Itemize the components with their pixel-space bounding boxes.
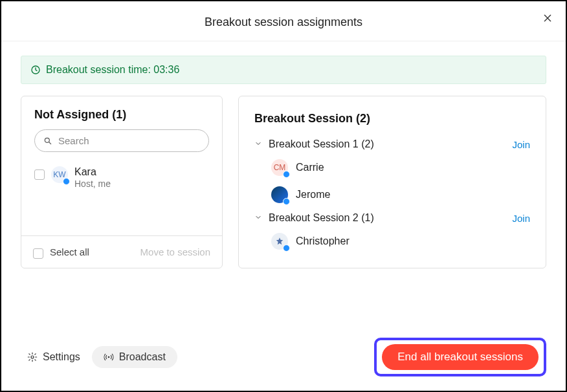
settings-button[interactable]: Settings [21,346,87,368]
presence-badge-icon [283,198,290,205]
clock-icon [30,65,41,75]
dialog-title: Breakout session assignments [205,16,362,28]
header-divider [1,41,566,41]
select-all[interactable]: Select all [33,245,89,259]
unassigned-user-row[interactable]: KW Kara Host, me [34,164,209,191]
session-name: Breakout Session 2 (1) [269,212,506,224]
avatar: KW [51,166,68,183]
participant-name: Christopher [296,235,350,247]
avatar [271,233,288,250]
search-input[interactable] [34,129,209,152]
session-header[interactable]: Breakout Session 2 (1) Join [252,208,533,228]
timer-banner: Breakout session time: 03:36 [21,56,546,84]
user-name: Kara [74,166,111,178]
session-name: Breakout Session 1 (2) [269,138,506,150]
star-icon [275,237,284,246]
search-icon [43,136,52,146]
join-button[interactable]: Join [512,139,530,150]
session-header[interactable]: Breakout Session 1 (2) Join [252,135,533,154]
svg-point-1 [45,138,49,142]
not-assigned-panel: Not Assigned (1) KW Kara Host, me Sel [21,96,223,268]
timer-text: Breakout session time: 03:36 [46,64,179,76]
avatar [271,186,288,203]
avatar: CM [271,159,288,176]
dialog-header: Breakout session assignments [1,1,566,41]
participant-name: Carrie [296,162,324,173]
chevron-down-icon [254,212,262,224]
user-sub: Host, me [74,179,111,189]
user-checkbox[interactable] [34,169,45,180]
participant-name: Jerome [296,189,330,201]
broadcast-button[interactable]: Broadcast [92,346,177,368]
close-button[interactable] [542,13,553,26]
bottom-bar: Settings Broadcast End all breakout sess… [21,338,546,376]
gear-icon [27,352,38,362]
select-all-checkbox[interactable] [33,248,43,259]
end-all-sessions-button[interactable]: End all breakout sessions [382,344,539,370]
svg-point-3 [107,356,109,358]
sessions-title: Breakout Session (2) [254,112,530,125]
sessions-panel: Breakout Session (2) Breakout Session 1 … [238,96,546,268]
participant-row[interactable]: Christopher [252,228,533,255]
presence-badge-icon [283,171,290,178]
presence-badge-icon [283,245,290,252]
end-highlight: End all breakout sessions [374,338,546,376]
chevron-down-icon [254,138,262,150]
presence-badge-icon [63,178,70,185]
close-icon [542,13,553,23]
search-wrap [34,129,209,152]
participant-row[interactable]: Jerome [252,181,533,208]
broadcast-icon [104,352,114,362]
participant-row[interactable]: CM Carrie [252,154,533,181]
not-assigned-title: Not Assigned (1) [34,108,209,122]
svg-point-2 [31,356,34,358]
move-to-session-button[interactable]: Move to session [140,246,210,257]
join-button[interactable]: Join [512,213,530,224]
